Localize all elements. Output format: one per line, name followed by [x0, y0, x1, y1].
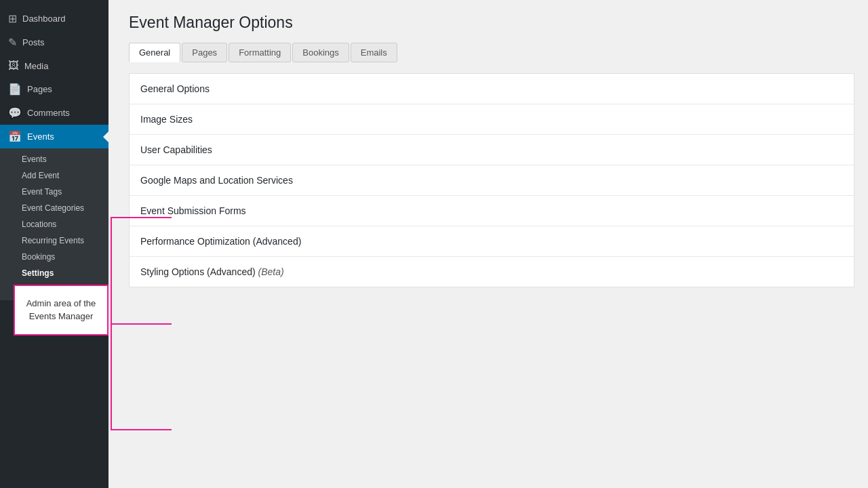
pages-icon: 📄	[8, 83, 22, 96]
tab-emails[interactable]: Emails	[351, 43, 397, 62]
sidebar-submenu-item-locations[interactable]: Locations	[0, 216, 108, 232]
posts-icon: ✎	[8, 36, 17, 49]
comments-icon: 💬	[8, 106, 22, 119]
sidebar-item-label-media: Media	[24, 61, 48, 71]
sidebar-item-label-dashboard: Dashboard	[22, 14, 66, 24]
section-user-capabilities[interactable]: User Capabilities	[130, 135, 854, 165]
sidebar-item-comments[interactable]: 💬Comments	[0, 101, 108, 125]
section-general-options[interactable]: General Options	[130, 74, 854, 104]
tab-general[interactable]: General	[129, 43, 180, 62]
section-google-maps[interactable]: Google Maps and Location Services	[130, 165, 854, 196]
sidebar-item-label-pages: Pages	[27, 84, 52, 94]
sidebar-item-media[interactable]: 🖼Media	[0, 54, 108, 77]
page-title: Event Manager Options	[129, 14, 854, 32]
sidebar-submenu-item-recurring-events[interactable]: Recurring Events	[0, 232, 108, 249]
section-styling[interactable]: Styling Options (Advanced) (Beta)	[130, 257, 854, 287]
sidebar-submenu: EventsAdd EventEvent TagsEvent Categorie…	[0, 148, 108, 300]
tab-pages[interactable]: Pages	[182, 43, 227, 62]
sidebar: ⊞Dashboard✎Posts🖼Media📄Pages💬Comments📅Ev…	[0, 0, 108, 488]
sidebar-submenu-item-event-tags[interactable]: Event Tags	[0, 184, 108, 200]
sidebar-item-label-posts: Posts	[22, 37, 45, 47]
sidebar-submenu-item-events-list[interactable]: Events	[0, 151, 108, 167]
sidebar-submenu-item-add-event[interactable]: Add Event	[0, 167, 108, 184]
sidebar-item-events[interactable]: 📅Events	[0, 125, 108, 148]
section-performance[interactable]: Performance Optimization (Advanced)	[130, 226, 854, 257]
sidebar-item-label-events: Events	[27, 131, 54, 142]
admin-annotation: Admin area of the Events Manager	[14, 285, 108, 336]
bracket-bottom	[111, 429, 172, 430]
tab-formatting[interactable]: Formatting	[229, 43, 291, 62]
bracket-top	[111, 217, 172, 218]
bracket-container	[111, 217, 172, 430]
sidebar-submenu-item-event-categories[interactable]: Event Categories	[0, 200, 108, 216]
sidebar-item-dashboard[interactable]: ⊞Dashboard	[0, 7, 108, 30]
dashboard-icon: ⊞	[8, 12, 17, 25]
content-area: General OptionsImage SizesUser Capabilit…	[129, 73, 854, 287]
section-image-sizes[interactable]: Image Sizes	[130, 104, 854, 135]
events-icon: 📅	[8, 130, 22, 143]
section-styling-italic: (Beta)	[258, 266, 284, 277]
sidebar-item-pages[interactable]: 📄Pages	[0, 77, 108, 101]
section-event-submission[interactable]: Event Submission Forms	[130, 196, 854, 226]
sidebar-submenu-item-bookings[interactable]: Bookings	[0, 249, 108, 265]
tabs-container: GeneralPagesFormattingBookingsEmails	[129, 43, 854, 62]
tab-bookings[interactable]: Bookings	[292, 43, 349, 62]
sidebar-submenu-item-settings[interactable]: Settings	[0, 265, 108, 281]
sidebar-item-posts[interactable]: ✎Posts	[0, 30, 108, 54]
sidebar-item-label-comments: Comments	[27, 108, 70, 118]
media-icon: 🖼	[8, 60, 19, 72]
bracket-horizontal	[111, 323, 172, 325]
main-content: Event Manager Options GeneralPagesFormat…	[108, 0, 868, 488]
